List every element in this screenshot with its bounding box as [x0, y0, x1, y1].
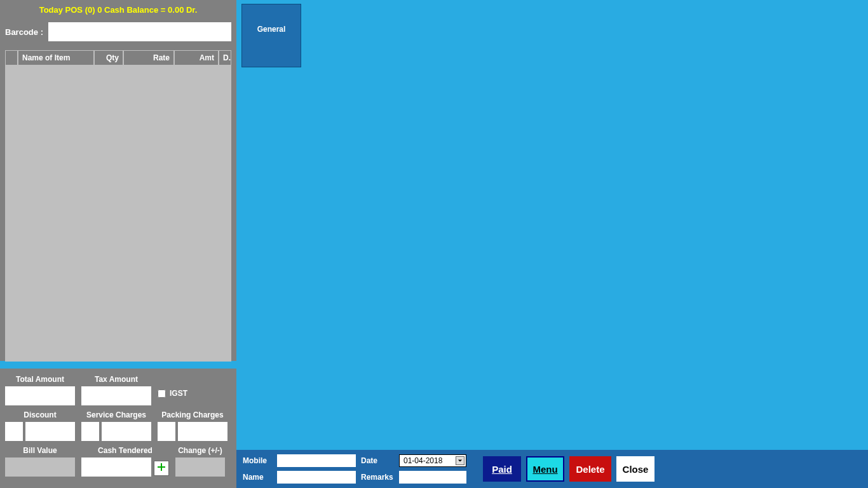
barcode-row: Barcode : [0, 20, 236, 46]
customer-form-1: Mobile Name [243, 454, 356, 484]
col-checkbox [5, 50, 18, 65]
change-input [175, 458, 225, 477]
col-amt: Amt [174, 50, 219, 65]
igst-checkbox[interactable] [158, 390, 166, 398]
name-label: Name [243, 473, 273, 482]
left-panel: Today POS (0) 0 Cash Balance = 0.00 Dr. … [0, 0, 236, 361]
col-dd: D.. [219, 50, 231, 65]
remarks-input[interactable] [399, 471, 466, 484]
add-payment-button[interactable] [154, 461, 169, 476]
bill-value-label: Bill Value [23, 446, 57, 455]
date-dropdown[interactable]: 01-04-2018 [399, 454, 466, 467]
close-button[interactable]: Close [616, 456, 654, 482]
category-label: General [257, 25, 286, 34]
bill-value-input [5, 458, 75, 477]
status-line: Today POS (0) 0 Cash Balance = 0.00 Dr. [0, 0, 236, 20]
packing-charges-label: Packing Charges [161, 410, 223, 419]
paid-button[interactable]: Paid [483, 456, 521, 482]
items-table: Name of Item Qty Rate Amt D.. [5, 50, 231, 362]
service-val-input[interactable] [102, 422, 151, 441]
discount-pct-input[interactable] [5, 422, 23, 441]
tax-amount-input[interactable] [81, 386, 151, 405]
delete-button[interactable]: Delete [569, 456, 611, 482]
cash-tendered-input[interactable] [81, 458, 151, 477]
total-amount-input[interactable] [5, 386, 75, 405]
col-name: Name of Item [18, 50, 94, 65]
change-label: Change (+/-) [178, 446, 222, 455]
tax-amount-label: Tax Amount [95, 375, 138, 384]
remarks-label: Remarks [361, 473, 395, 482]
bottom-bar: Mobile Name Date 01-04-2018 Remarks Paid… [236, 450, 868, 488]
cash-tendered-label: Cash Tendered [98, 446, 153, 455]
igst-label: IGST [170, 389, 187, 398]
col-qty: Qty [94, 50, 123, 65]
total-amount-label: Total Amount [16, 375, 64, 384]
menu-button[interactable]: Menu [526, 456, 564, 482]
barcode-input[interactable] [48, 22, 231, 41]
col-rate: Rate [123, 50, 174, 65]
barcode-label: Barcode : [5, 27, 43, 37]
items-table-body[interactable] [5, 65, 231, 362]
service-pct-input[interactable] [81, 422, 99, 441]
discount-label: Discount [24, 410, 56, 419]
packing-pct-input[interactable] [158, 422, 175, 441]
packing-val-input[interactable] [178, 422, 227, 441]
mobile-label: Mobile [243, 456, 273, 465]
date-value: 01-04-2018 [403, 456, 442, 465]
date-label: Date [361, 456, 395, 465]
name-input[interactable] [277, 471, 356, 484]
totals-panel: Total Amount Tax Amount IGST Discount Se… [0, 369, 236, 488]
discount-val-input[interactable] [25, 422, 75, 441]
chevron-down-icon [456, 456, 465, 465]
customer-form-2: Date 01-04-2018 Remarks [361, 454, 466, 484]
mobile-input[interactable] [277, 454, 356, 467]
category-tile-general[interactable]: General [241, 4, 301, 67]
items-table-header: Name of Item Qty Rate Amt D.. [5, 50, 231, 65]
plus-icon [156, 462, 166, 475]
service-charges-label: Service Charges [86, 410, 146, 419]
